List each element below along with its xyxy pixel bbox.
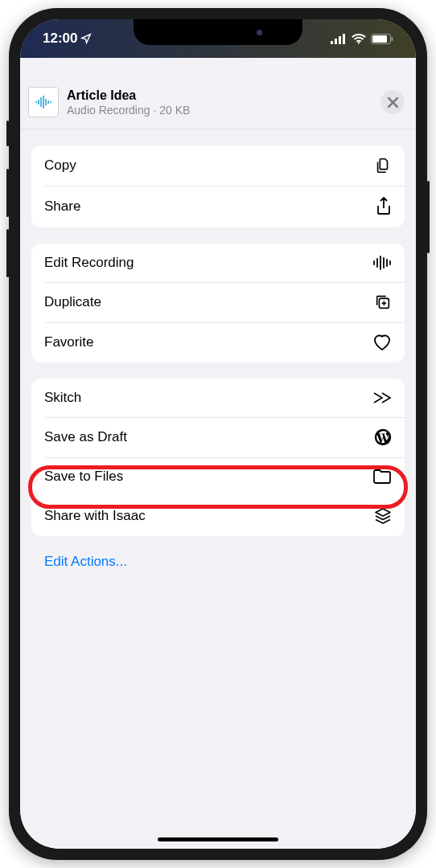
svg-rect-7 <box>35 101 37 103</box>
close-button[interactable] <box>380 90 405 114</box>
time-text: 12:00 <box>43 31 77 47</box>
save-as-draft-row[interactable]: Save as Draft <box>31 417 405 457</box>
power-button <box>427 181 430 253</box>
svg-rect-5 <box>372 35 387 43</box>
device-notch <box>134 19 302 45</box>
location-icon <box>80 33 92 44</box>
heart-icon <box>371 334 392 351</box>
row-label: Edit Recording <box>44 255 134 271</box>
home-indicator[interactable] <box>158 837 278 841</box>
share-sheet: Article Idea Audio Recording · 20 KB Cop… <box>20 76 416 849</box>
row-label: Share <box>44 199 80 215</box>
status-time: 12:00 <box>43 31 92 47</box>
phone-frame: 12:00 Article Idea Audio Recording <box>9 8 427 860</box>
edit-recording-row[interactable]: Edit Recording <box>31 244 405 282</box>
sheet-header: Article Idea Audio Recording · 20 KB <box>20 76 416 129</box>
file-type: Audio Recording <box>67 104 150 117</box>
status-right <box>331 34 393 44</box>
row-label: Share with Isaac <box>44 508 146 524</box>
action-group-2: Edit Recording Duplicate F <box>31 244 405 362</box>
cellular-icon <box>331 34 347 44</box>
share-row[interactable]: Share <box>31 186 405 227</box>
copy-icon <box>371 157 392 174</box>
waveform-icon <box>371 256 392 270</box>
row-label: Save as Draft <box>44 429 127 445</box>
svg-rect-3 <box>343 34 345 44</box>
duplicate-row[interactable]: Duplicate <box>31 282 405 322</box>
row-label: Save to Files <box>44 469 123 485</box>
save-to-files-row[interactable]: Save to Files <box>31 457 405 496</box>
skitch-icon <box>371 391 392 404</box>
svg-rect-2 <box>339 36 341 44</box>
favorite-row[interactable]: Favorite <box>31 322 405 362</box>
close-icon <box>388 97 398 108</box>
share-with-isaac-row[interactable]: Share with Isaac <box>31 496 405 536</box>
svg-rect-1 <box>335 39 337 44</box>
svg-rect-9 <box>40 97 42 107</box>
svg-rect-11 <box>45 99 47 105</box>
row-label: Duplicate <box>44 294 101 310</box>
file-size: 20 KB <box>159 104 190 117</box>
audio-file-icon <box>35 96 52 108</box>
share-icon <box>371 197 392 216</box>
row-label: Copy <box>44 158 76 174</box>
svg-rect-10 <box>43 96 44 108</box>
camera-dot <box>257 30 262 35</box>
folder-icon <box>371 469 392 485</box>
row-label: Favorite <box>44 334 93 350</box>
stack-icon <box>371 507 392 525</box>
file-info: Article Idea Audio Recording · 20 KB <box>67 88 380 117</box>
file-thumbnail <box>28 87 59 117</box>
action-group-1: Copy Share <box>31 145 405 227</box>
skitch-row[interactable]: Skitch <box>31 379 405 417</box>
file-title: Article Idea <box>67 88 380 103</box>
edit-actions-link[interactable]: Edit Actions... <box>31 552 405 583</box>
svg-rect-6 <box>392 37 393 41</box>
volume-up-button <box>6 169 9 217</box>
wordpress-icon <box>371 428 392 446</box>
row-label: Skitch <box>44 390 81 406</box>
wifi-icon <box>352 34 366 44</box>
battery-icon <box>371 34 393 44</box>
svg-rect-12 <box>47 100 49 104</box>
file-meta: Audio Recording · 20 KB <box>67 104 380 117</box>
action-group-3: Skitch Save as Draft Save <box>31 379 405 536</box>
svg-rect-8 <box>38 100 39 104</box>
duplicate-icon <box>371 293 392 311</box>
svg-rect-0 <box>331 41 333 44</box>
volume-down-button <box>6 229 9 277</box>
copy-row[interactable]: Copy <box>31 145 405 186</box>
mute-switch <box>6 121 9 146</box>
svg-rect-13 <box>50 101 51 103</box>
action-groups: Copy Share <box>20 129 416 583</box>
